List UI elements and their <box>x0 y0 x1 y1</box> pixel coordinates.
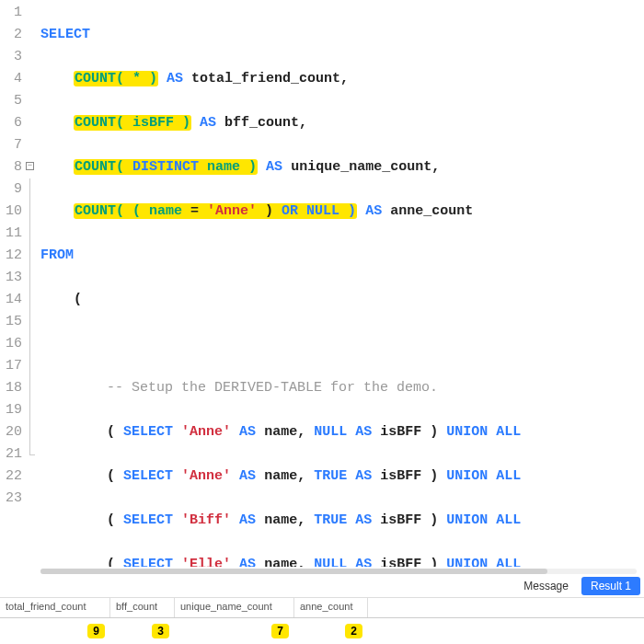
col-anne-count[interactable]: anne_count <box>294 598 368 617</box>
value-total-friend-count: 9 <box>87 624 105 638</box>
fold-gutter: − <box>28 0 40 567</box>
line-number-gutter: 1 2 3 4 5 6 7 8 9 10 11 12 13 14 15 16 1… <box>0 0 28 567</box>
value-unique-name-count: 7 <box>271 624 289 638</box>
col-unique-name-count[interactable]: unique_name_count <box>175 598 294 617</box>
code-editor[interactable]: 1 2 3 4 5 6 7 8 9 10 11 12 13 14 15 16 1… <box>0 0 644 567</box>
col-bff-count[interactable]: bff_count <box>110 598 175 617</box>
value-anne-count: 2 <box>345 624 362 638</box>
horizontal-scrollbar[interactable] <box>40 569 637 574</box>
results-row[interactable]: 9 3 7 2 <box>0 618 644 644</box>
fold-toggle-icon[interactable]: − <box>26 162 34 170</box>
result-tabs: Message Result 1 <box>0 574 644 598</box>
col-total-friend-count[interactable]: total_friend_count <box>0 598 110 617</box>
results-header: total_friend_count bff_count unique_name… <box>0 598 644 618</box>
scrollbar-thumb[interactable] <box>40 569 547 574</box>
value-bff-count: 3 <box>152 624 169 638</box>
tab-message[interactable]: Message <box>514 577 578 595</box>
tab-result-1[interactable]: Result 1 <box>581 577 640 595</box>
code-content[interactable]: SELECT COUNT( * ) AS total_friend_count,… <box>40 0 644 567</box>
